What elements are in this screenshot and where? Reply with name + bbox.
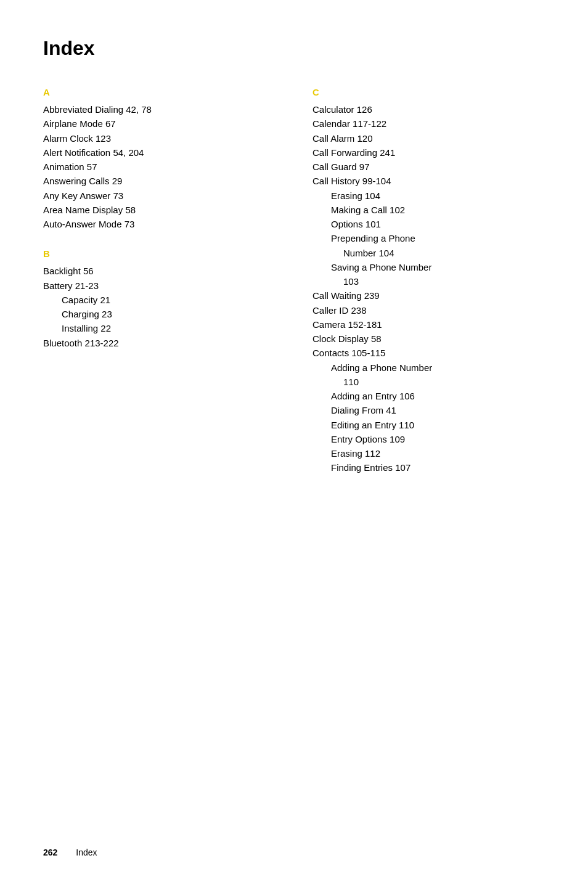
entry-bluetooth: Bluetooth 213-222 xyxy=(43,336,276,350)
section-c-entries: Calculator 126 Calendar 117-122 Call Ala… xyxy=(312,102,545,475)
entry-contacts: Contacts 105-115 xyxy=(312,346,545,360)
entry-camera: Camera 152-181 xyxy=(312,317,545,332)
entry-alarm-clock: Alarm Clock 123 xyxy=(43,131,276,145)
entry-animation: Animation 57 xyxy=(43,160,276,174)
entry-backlight: Backlight 56 xyxy=(43,264,276,278)
page-title: Index xyxy=(43,37,545,60)
entry-battery: Battery 21-23 xyxy=(43,279,276,293)
entry-call-history: Call History 99-104 xyxy=(312,174,545,188)
entry-airplane-mode: Airplane Mode 67 xyxy=(43,116,276,131)
entry-call-forwarding: Call Forwarding 241 xyxy=(312,145,545,160)
section-letter-b: B xyxy=(43,248,276,259)
entry-call-guard: Call Guard 97 xyxy=(312,160,545,174)
footer-section-name: Index xyxy=(76,847,97,857)
entry-area-name-display: Area Name Display 58 xyxy=(43,203,276,217)
entry-103: 103 xyxy=(312,274,545,288)
section-b-entries: Backlight 56 Battery 21-23 Capacity 21 C… xyxy=(43,264,276,350)
entry-call-waiting: Call Waiting 239 xyxy=(312,288,545,303)
footer-page-number: 262 xyxy=(43,847,57,857)
entry-adding-an-entry: Adding an Entry 106 xyxy=(312,389,545,403)
entry-finding-entries: Finding Entries 107 xyxy=(312,460,545,475)
section-a: A Abbreviated Dialing 42, 78 Airplane Mo… xyxy=(43,87,276,231)
entry-capacity: Capacity 21 xyxy=(43,293,276,307)
entry-calculator: Calculator 126 xyxy=(312,102,545,116)
entry-number-104: Number 104 xyxy=(312,246,545,260)
entry-110: 110 xyxy=(312,375,545,389)
entry-clock-display: Clock Display 58 xyxy=(312,332,545,346)
entry-options-101: Options 101 xyxy=(312,217,545,231)
section-c: C Calculator 126 Calendar 117-122 Call A… xyxy=(312,87,545,475)
entry-call-alarm: Call Alarm 120 xyxy=(312,131,545,145)
entry-alert-notification: Alert Notification 54, 204 xyxy=(43,145,276,160)
section-letter-a: A xyxy=(43,87,276,97)
column-left: A Abbreviated Dialing 42, 78 Airplane Mo… xyxy=(43,84,276,492)
entry-entry-options: Entry Options 109 xyxy=(312,432,545,446)
entry-abbreviated-dialing: Abbreviated Dialing 42, 78 xyxy=(43,102,276,116)
entry-any-key-answer: Any Key Answer 73 xyxy=(43,189,276,203)
entry-erasing-104: Erasing 104 xyxy=(312,189,545,203)
content-wrapper: A Abbreviated Dialing 42, 78 Airplane Mo… xyxy=(43,84,545,492)
entry-charging: Charging 23 xyxy=(43,307,276,321)
entry-calendar: Calendar 117-122 xyxy=(312,116,545,131)
entry-answering-calls: Answering Calls 29 xyxy=(43,174,276,188)
entry-making-a-call: Making a Call 102 xyxy=(312,203,545,217)
section-letter-c: C xyxy=(312,87,545,97)
entry-prepending-a-phone: Prepending a Phone xyxy=(312,231,545,245)
entry-adding-a-phone-number: Adding a Phone Number xyxy=(312,361,545,375)
page: Index A Abbreviated Dialing 42, 78 Airpl… xyxy=(0,0,588,882)
entry-installing: Installing 22 xyxy=(43,321,276,335)
entry-caller-id: Caller ID 238 xyxy=(312,303,545,317)
section-a-entries: Abbreviated Dialing 42, 78 Airplane Mode… xyxy=(43,102,276,231)
entry-dialing-from: Dialing From 41 xyxy=(312,403,545,417)
entry-auto-answer-mode: Auto-Answer Mode 73 xyxy=(43,217,276,231)
page-footer: 262 Index xyxy=(43,847,97,857)
entry-saving-a-phone-number: Saving a Phone Number xyxy=(312,260,545,274)
entry-erasing-112: Erasing 112 xyxy=(312,446,545,460)
entry-editing-an-entry: Editing an Entry 110 xyxy=(312,418,545,432)
column-right: C Calculator 126 Calendar 117-122 Call A… xyxy=(312,84,545,492)
section-b: B Backlight 56 Battery 21-23 Capacity 21… xyxy=(43,248,276,350)
